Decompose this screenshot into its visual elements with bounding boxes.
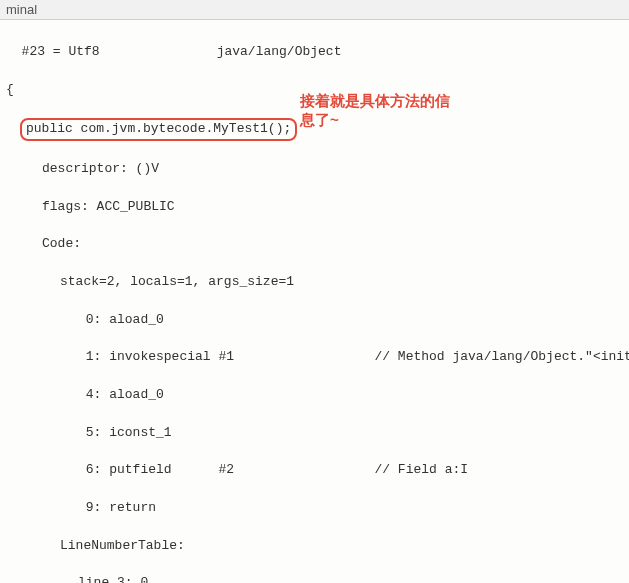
window-title: minal [6,2,37,17]
bytecode-line: 5: iconst_1 [2,424,627,443]
annotation-text-1: 接着就是具体方法的信 [300,92,450,109]
annotation-callout: 接着就是具体方法的信 息了~ [300,92,450,130]
window-titlebar: minal [0,0,629,20]
highlight-box: public com.jvm.bytecode.MyTest1(); [20,118,297,141]
stack-line: stack=2, locals=1, args_size=1 [2,273,627,292]
annotation-text-2: 息了~ [300,111,339,128]
descriptor-line: descriptor: ()V [2,160,627,179]
const-pool-line: #23 = Utf8 java/lang/Object [2,43,627,62]
flags-line: flags: ACC_PUBLIC [2,198,627,217]
lnt-entry: line 3: 0 [2,574,627,583]
bytecode-line: 1: invokespecial #1 // Method java/lang/… [2,348,627,367]
bytecode-line: 9: return [2,499,627,518]
lnt-label: LineNumberTable: [2,537,627,556]
bytecode-line: 6: putfield #2 // Field a:I [2,461,627,480]
code-label: Code: [2,235,627,254]
bytecode-line: 0: aload_0 [2,311,627,330]
bytecode-line: 4: aload_0 [2,386,627,405]
